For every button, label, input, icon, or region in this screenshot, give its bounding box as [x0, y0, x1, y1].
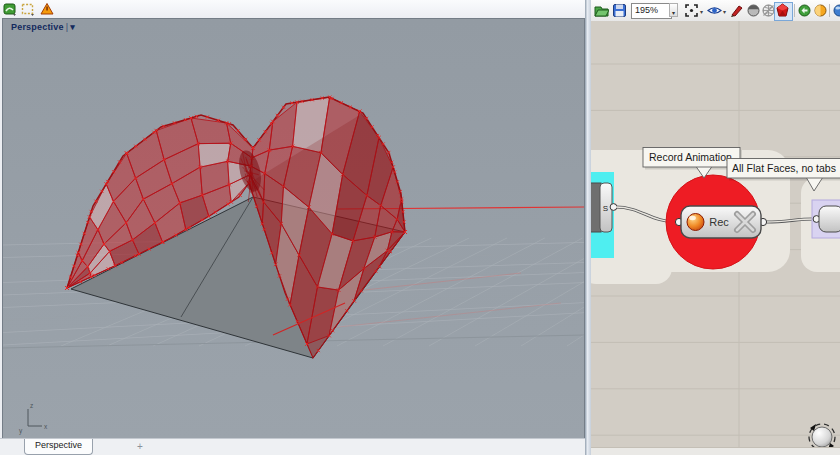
record-button-icon[interactable] — [687, 214, 704, 231]
open-file-icon[interactable] — [594, 3, 609, 18]
grasshopper-canvas[interactable]: S Rec — [591, 21, 840, 447]
component-s-label: S — [603, 204, 608, 213]
tooltip-text: All Flat Faces, no tabs — [732, 162, 836, 174]
preview-document-icon[interactable] — [813, 3, 828, 18]
toolbar-separator — [794, 4, 795, 17]
canvas-zoom-caret-icon[interactable]: ▾ — [669, 3, 678, 17]
sketch-pen-icon[interactable] — [729, 3, 744, 18]
grasshopper-window: 195% ▾ ▾ ▾ — [591, 0, 840, 455]
perspective-viewport[interactable]: z x y Perspective|▾ — [2, 18, 585, 439]
component-record-animation[interactable]: Rec — [675, 206, 766, 238]
save-file-icon[interactable] — [612, 3, 627, 18]
rhino-window: z x y Perspective|▾ Perspective + — [0, 0, 585, 455]
gizmo-z-label: z — [30, 402, 33, 409]
rhino-mini-toolbar — [0, 0, 585, 18]
view-eye-caret-icon[interactable]: ▾ — [723, 8, 726, 15]
viewport-title-caret-icon[interactable]: ▾ — [70, 22, 75, 32]
tab-perspective[interactable]: Perspective — [24, 439, 93, 455]
viewport-3d-render: z x y — [3, 19, 584, 438]
selection-marquee-icon[interactable] — [21, 2, 35, 16]
viewport-title[interactable]: Perspective — [11, 22, 64, 32]
toolbar-separator — [829, 4, 830, 17]
grasshopper-toolbar: 195% ▾ ▾ ▾ — [591, 0, 840, 22]
canvas-zoom-combobox[interactable]: 195% — [631, 3, 672, 19]
desktop: { "glyphs": { "caret": "▾", "plus": "+" … — [0, 0, 840, 455]
preview-custom-icon[interactable] — [832, 3, 840, 18]
preview-shaded-icon[interactable] — [775, 3, 790, 18]
component-s-output-node[interactable] — [610, 204, 617, 211]
named-view-icon[interactable] — [3, 2, 17, 16]
new-viewport-tab-button[interactable]: + — [134, 441, 146, 452]
view-eye-icon[interactable] — [707, 3, 722, 18]
preview-off-icon[interactable] — [746, 3, 761, 18]
warning-triangle-icon[interactable] — [40, 2, 54, 16]
zoom-extents-caret-icon[interactable]: ▾ — [700, 8, 703, 15]
viewport-tab-bar: Perspective + — [0, 438, 585, 455]
preview-selected-icon[interactable] — [797, 3, 812, 18]
record-label: Rec — [709, 216, 729, 228]
viewport-title-menu[interactable]: Perspective|▾ — [11, 22, 75, 32]
grasshopper-window-bottom-edge — [591, 447, 840, 455]
tooltip-text: Record Animation — [649, 151, 732, 163]
zoom-extents-icon[interactable] — [684, 3, 699, 18]
